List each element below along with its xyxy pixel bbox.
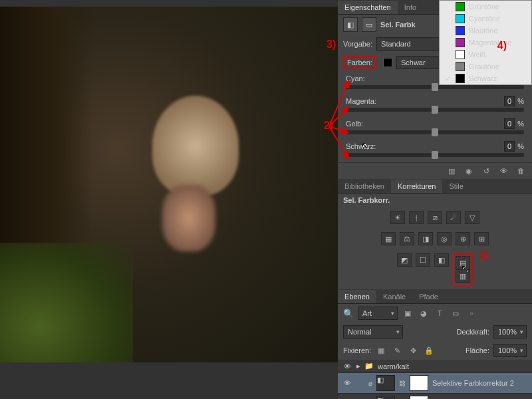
search-icon[interactable]: 🔍 — [343, 309, 354, 319]
visibility-icon[interactable]: 👁 — [497, 166, 509, 176]
mask-icon[interactable]: ▭ — [362, 17, 376, 32]
adj-channel-mixer-icon[interactable]: ⊕ — [456, 232, 470, 245]
lock-all-icon[interactable]: 🔒 — [423, 345, 435, 356]
layer-row[interactable]: 👁 ⌀ ◧ ⛓ Selektive Farbkorrektur 2 — [338, 373, 532, 394]
adj-exposure-icon[interactable]: ☄ — [446, 211, 461, 224]
adjustment-type-icon: ◧ — [343, 17, 358, 32]
adj-posterize-icon[interactable]: ☐ — [416, 253, 430, 267]
color-menu-item[interactable]: ✓ Schwarz — [440, 72, 531, 84]
adj-lookup-icon[interactable]: ⊞ — [474, 232, 489, 245]
color-swatch-icon — [456, 14, 465, 23]
cursor-icon: ↖ — [361, 140, 369, 151]
adj-bw-icon[interactable]: ◨ — [418, 232, 433, 245]
annotation-4: 4) — [497, 40, 507, 52]
lock-paint-icon[interactable]: ✎ — [391, 345, 403, 356]
chevron-right-icon[interactable]: ▸ — [356, 362, 360, 370]
color-menu-item[interactable]: Blautöne — [440, 25, 531, 37]
slider-thumb[interactable] — [432, 151, 438, 159]
slider-thumb[interactable] — [432, 128, 438, 136]
adj-brightness-icon[interactable]: ☀ — [390, 211, 405, 224]
slider-value-input[interactable]: 0 — [504, 118, 515, 129]
slider-track[interactable] — [346, 85, 524, 89]
filter-type-icon[interactable]: ◕ — [418, 308, 430, 319]
filter-type-icon[interactable]: ▭ — [450, 308, 462, 319]
color-swatch-icon — [456, 62, 465, 71]
link-icon[interactable]: ⌀ — [368, 380, 372, 387]
clip-icon[interactable]: ▥ — [446, 166, 458, 176]
color-menu-item[interactable]: Magentatöne — [440, 37, 531, 49]
color-menu-item[interactable]: Cyantöne — [440, 13, 531, 25]
layer-group[interactable]: 👁 ▸ 📁 warm/kalt — [338, 360, 532, 373]
colors-menu: Grüntöne Cyantöne Blautöne Magentatöne W… — [439, 0, 532, 85]
tab-ebenen[interactable]: Ebenen — [338, 290, 376, 303]
tab-pfade[interactable]: Pfade — [412, 290, 445, 303]
layer-row[interactable]: 👁 ⌀ ◧ ⛓ Farbbalance 2 — [338, 394, 532, 399]
slider-track[interactable] — [346, 130, 524, 134]
adj-photo-filter-icon[interactable]: ◎ — [437, 232, 452, 245]
tab-properties[interactable]: Eigenschaften — [338, 1, 398, 14]
slider-value-input[interactable]: 0 — [504, 141, 515, 152]
adjustment-thumb-icon[interactable]: ◧ — [376, 396, 395, 399]
adjustment-grid-2: ▦ ⚖ ◨ ◎ ⊕ ⊞ — [338, 228, 532, 249]
annotation-arrows — [316, 66, 356, 173]
slider-track[interactable] — [346, 108, 524, 112]
layer-name[interactable]: Selektive Farbkorrektur 2 — [432, 379, 514, 387]
fill-input[interactable]: 100% — [493, 344, 527, 357]
slider-track[interactable] — [346, 153, 524, 157]
opacity-input[interactable]: 100% — [493, 325, 527, 338]
color-menu-item[interactable]: Grautöne — [440, 61, 531, 72]
view-previous-icon[interactable]: ◉ — [463, 166, 475, 176]
tab-info[interactable]: Info — [398, 1, 423, 14]
slider-thumb[interactable] — [432, 83, 438, 91]
annotation-3: 3) — [327, 39, 336, 51]
tab-stile[interactable]: Stile — [442, 180, 469, 193]
mask-thumb[interactable] — [410, 375, 428, 391]
percent-label: % — [517, 97, 524, 105]
lock-label: Fixieren: — [343, 346, 371, 354]
color-menu-label: Cyantöne — [469, 15, 500, 23]
filter-type-icon[interactable]: ▣ — [402, 308, 414, 319]
adjustment-title: Sel. Farbkorr. — [343, 196, 390, 204]
tab-korrekturen[interactable]: Korrekturen — [391, 180, 442, 193]
adjustment-thumb-icon[interactable]: ◧ — [376, 375, 395, 391]
mask-thumb[interactable] — [410, 396, 428, 399]
percent-label: % — [517, 142, 524, 150]
fill-label: Fläche: — [466, 346, 489, 354]
filter-type-icon[interactable]: T — [434, 308, 446, 319]
delete-icon[interactable]: 🗑 — [515, 166, 527, 176]
visibility-icon[interactable]: 👁 — [342, 379, 352, 387]
visibility-icon[interactable]: 👁 — [342, 362, 352, 370]
folder-icon: 📁 — [364, 362, 374, 370]
lock-pixels-icon[interactable]: ▦ — [375, 345, 387, 356]
color-swatch-icon — [456, 26, 465, 35]
annotation-2: 2) — [324, 120, 333, 132]
adj-threshold-icon[interactable]: ◧ — [434, 253, 449, 267]
layer-name[interactable]: warm/kalt — [378, 362, 409, 370]
properties-footer: ▥ ◉ ↺ 👁 🗑 — [338, 162, 532, 179]
color-menu-label: Weiß — [469, 51, 485, 59]
opacity-label: Deckkraft: — [456, 328, 489, 336]
adj-levels-icon[interactable]: ⟊ — [409, 211, 424, 224]
adj-balance-icon[interactable]: ⚖ — [400, 232, 414, 245]
blend-mode-dropdown[interactable]: Normal — [343, 325, 403, 338]
color-menu-label: Blautöne — [469, 27, 497, 35]
lock-move-icon[interactable]: ✥ — [407, 345, 419, 356]
reset-icon[interactable]: ↺ — [480, 166, 492, 176]
adj-hue-icon[interactable]: ▦ — [381, 232, 396, 245]
color-menu-item[interactable]: Grüntöne — [440, 1, 531, 13]
color-menu-label: Schwarz — [469, 74, 497, 82]
layers-tabrow: Ebenen Kanäle Pfade — [338, 289, 532, 304]
tab-kanale[interactable]: Kanäle — [376, 290, 412, 303]
filter-dropdown[interactable]: Art — [358, 307, 398, 320]
adj-curves-icon[interactable]: ⧄ — [428, 211, 442, 224]
adjustments-tabrow: Bibliotheken Korrekturen Stile — [338, 179, 532, 194]
color-menu-item[interactable]: Weiß — [440, 49, 531, 61]
chain-icon[interactable]: ⛓ — [399, 380, 406, 387]
slider-value-input[interactable]: 0 — [504, 96, 515, 106]
color-menu-label: Grüntöne — [469, 3, 499, 11]
adj-invert-icon[interactable]: ◩ — [397, 253, 412, 267]
slider-thumb[interactable] — [432, 106, 438, 114]
tab-bibliotheken[interactable]: Bibliotheken — [338, 180, 391, 193]
filter-type-icon[interactable]: ▫ — [466, 308, 477, 319]
adj-vibrance-icon[interactable]: ▽ — [465, 211, 479, 224]
